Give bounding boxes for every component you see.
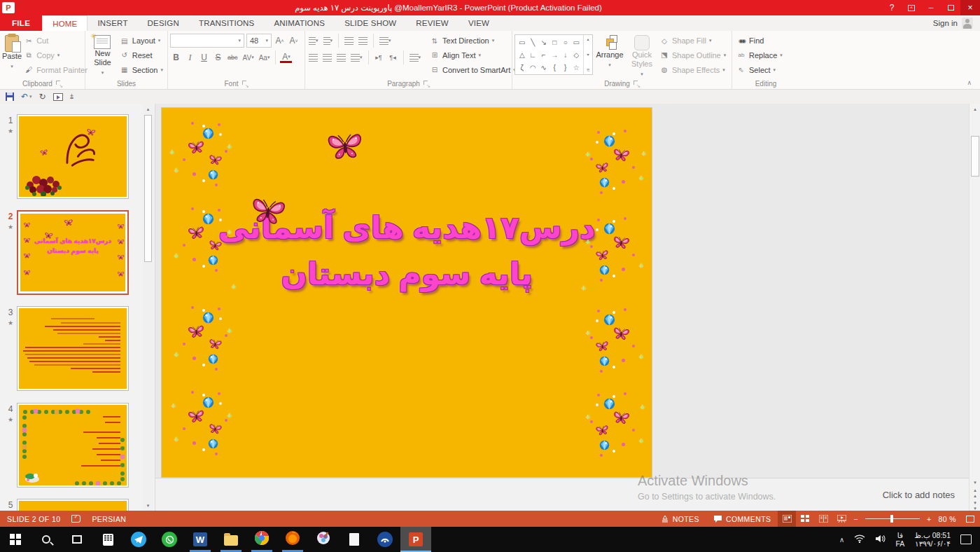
- arrange-button[interactable]: Arrange▾: [593, 32, 626, 78]
- strikethrough-button[interactable]: abc: [226, 51, 239, 64]
- start-from-beginning-button[interactable]: [53, 93, 63, 101]
- shape-gallery-item[interactable]: ▭: [573, 39, 580, 46]
- blue-circle-app-button[interactable]: [370, 527, 400, 552]
- reading-view-button[interactable]: [814, 511, 832, 527]
- layout-button[interactable]: ▤Layout▾: [118, 34, 165, 48]
- shapes-gallery[interactable]: ▭╲↘□○▭△∟⌐→↓◇ζ◠∿{}☆ ▴▾⩳: [514, 34, 593, 75]
- font-size-combo[interactable]: 48▾: [246, 34, 272, 48]
- slide-thumbnail-1[interactable]: [17, 114, 129, 199]
- change-case-button[interactable]: Aa▾: [258, 51, 272, 64]
- whatsapp-button[interactable]: [154, 527, 185, 552]
- align-text-button[interactable]: ⊞Align Text▾: [428, 48, 518, 62]
- slide-thumbnail-2[interactable]: درس۱۷هدیه های آسمانیپایه سوم دبستان: [17, 210, 129, 295]
- copy-button[interactable]: ⧉Copy▾: [22, 48, 90, 62]
- notes-pane[interactable]: Click to add notes: [155, 478, 969, 511]
- comments-toggle[interactable]: COMMENTS: [706, 511, 778, 527]
- shape-gallery-item[interactable]: }: [564, 64, 566, 71]
- zoom-out-button[interactable]: −: [850, 511, 861, 527]
- character-spacing-button[interactable]: AV▾: [241, 51, 255, 64]
- undo-button[interactable]: ↶▾: [21, 92, 32, 102]
- line-spacing-button[interactable]: ▾: [378, 34, 393, 48]
- shape-effects-button[interactable]: ◍Shape Effects▾: [657, 63, 728, 76]
- shape-gallery-item[interactable]: {: [554, 64, 556, 71]
- save-button[interactable]: [6, 92, 14, 101]
- shape-gallery-item[interactable]: ∿: [541, 64, 547, 71]
- zoom-slider-thumb[interactable]: [890, 515, 893, 523]
- normal-view-button[interactable]: [778, 511, 796, 527]
- align-left-button[interactable]: [307, 51, 319, 64]
- numbering-button[interactable]: ▾: [322, 34, 335, 48]
- shape-gallery-item[interactable]: ◠: [530, 64, 536, 71]
- restore-button[interactable]: [941, 0, 960, 15]
- slide-show-button[interactable]: [832, 511, 850, 527]
- grow-font-button[interactable]: A˄: [274, 34, 286, 48]
- collapse-ribbon-button[interactable]: ∧: [967, 79, 972, 86]
- notes-placeholder[interactable]: Click to add notes: [883, 490, 955, 500]
- underline-button[interactable]: U: [198, 51, 210, 64]
- task-view-button[interactable]: [62, 527, 92, 552]
- previous-slide-button[interactable]: ▴▴: [969, 488, 980, 498]
- slide-thumbnail-3[interactable]: [17, 306, 129, 391]
- shadow-button[interactable]: S: [212, 51, 224, 64]
- volume-icon[interactable]: [875, 533, 886, 546]
- tab-insert[interactable]: INSERT: [88, 15, 137, 31]
- tab-file[interactable]: FILE: [0, 15, 42, 31]
- app-grid-button[interactable]: [92, 527, 123, 552]
- chrome-button[interactable]: [246, 527, 277, 552]
- slide-sorter-view-button[interactable]: [796, 511, 814, 527]
- shape-gallery-item[interactable]: ∟: [529, 51, 536, 59]
- ltr-direction-button[interactable]: ▸¶: [373, 51, 385, 64]
- shape-gallery-item[interactable]: ☆: [573, 64, 580, 71]
- close-button[interactable]: ×: [960, 0, 980, 15]
- decrease-indent-button[interactable]: [343, 34, 355, 48]
- word-button[interactable]: W: [185, 527, 216, 552]
- next-slide-button[interactable]: ▾▾: [969, 500, 980, 511]
- replace-button[interactable]: abReplace▾: [734, 48, 785, 62]
- bold-button[interactable]: B: [170, 51, 182, 64]
- clipboard-dialog-launcher[interactable]: [56, 81, 62, 87]
- italic-button[interactable]: I: [184, 51, 196, 64]
- shape-gallery-item[interactable]: ↘: [541, 39, 547, 46]
- thumb-scroll-up[interactable]: ▴: [143, 104, 153, 114]
- font-name-combo[interactable]: ▾: [170, 34, 244, 48]
- language-indicator[interactable]: PERSIAN: [92, 515, 126, 523]
- increase-indent-button[interactable]: [357, 34, 369, 48]
- format-painter-button[interactable]: 🖌Format Painter: [22, 63, 90, 76]
- shape-gallery-item[interactable]: ◇: [573, 51, 579, 59]
- zoom-slider[interactable]: [865, 518, 920, 519]
- font-color-button[interactable]: A▾: [280, 52, 292, 63]
- convert-smartart-button[interactable]: ⊟Convert to SmartArt▾: [428, 63, 518, 76]
- zoom-level[interactable]: 80 %: [934, 511, 960, 527]
- bullets-button[interactable]: ▾: [307, 34, 320, 48]
- minimize-button[interactable]: –: [921, 0, 941, 15]
- taskbar-search-button[interactable]: [31, 527, 62, 552]
- scroll-up-button[interactable]: ▴: [969, 104, 980, 114]
- shapes-gallery-scroll[interactable]: ▴▾⩳: [583, 35, 592, 74]
- align-right-button[interactable]: [335, 51, 347, 64]
- drawing-dialog-launcher[interactable]: [634, 81, 640, 87]
- spellcheck-icon[interactable]: [71, 515, 80, 523]
- font-dialog-launcher[interactable]: [242, 81, 248, 87]
- thumb-scroll-down[interactable]: ▾: [143, 500, 153, 511]
- zoom-in-button[interactable]: +: [924, 511, 934, 527]
- notes-toggle[interactable]: NOTES: [654, 511, 706, 527]
- thumbnail-scrollbar[interactable]: ▴ ▾: [143, 104, 153, 511]
- shape-outline-button[interactable]: ⬔Shape Outline▾: [657, 48, 728, 62]
- telegram-button[interactable]: [123, 527, 154, 552]
- tab-transitions[interactable]: TRANSITIONS: [189, 15, 265, 31]
- shape-gallery-item[interactable]: ▭: [519, 39, 525, 46]
- help-button[interactable]: ?: [882, 0, 902, 15]
- scroll-down-button[interactable]: ▾: [969, 477, 980, 488]
- slide-thumbnail-4[interactable]: [17, 403, 129, 488]
- columns-button[interactable]: ▾: [408, 51, 423, 64]
- justify-button[interactable]: ▾: [349, 51, 364, 64]
- powerpoint-taskbar-button[interactable]: P: [400, 527, 431, 552]
- tab-review[interactable]: REVIEW: [406, 15, 458, 31]
- customize-qat-button[interactable]: ⩲: [70, 93, 74, 101]
- firefox-button[interactable]: [277, 527, 308, 552]
- shape-gallery-item[interactable]: △: [519, 51, 525, 59]
- quick-styles-button[interactable]: Quick Styles▾: [626, 32, 657, 78]
- paint-button[interactable]: [308, 527, 339, 552]
- shrink-font-button[interactable]: A˅: [288, 34, 300, 48]
- tab-home[interactable]: HOME: [42, 15, 88, 31]
